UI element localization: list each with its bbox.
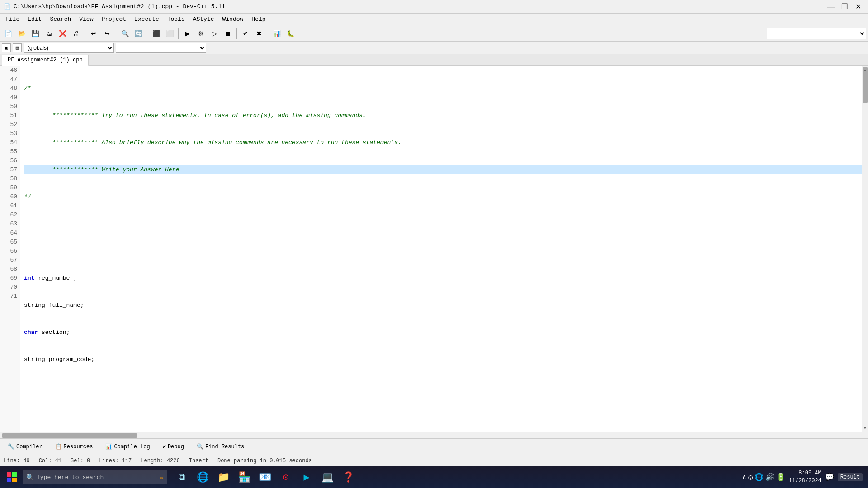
dropdown-icon-2[interactable]: ▤ — [13, 43, 22, 52]
replace-button[interactable]: 🔄 — [132, 27, 145, 40]
check-button[interactable]: ✔ — [239, 27, 252, 40]
media-icon[interactable]: ▶ — [297, 467, 316, 487]
taskbar-pinned-icons: ⧉ 🌐 📁 🏪 📧 ⊙ ▶ 💻 ❓ — [172, 467, 358, 487]
close-file-button[interactable]: ❌ — [56, 27, 69, 40]
taskbar-right: ∧ ◎ 🌐 🔊 🔋 8:09 AM 11/28/2024 💬 Result — [742, 469, 866, 485]
svg-rect-1 — [12, 472, 17, 477]
compiler-select[interactable]: TDM-GCC 4.9.2 32-bit Release — [767, 28, 866, 39]
edge-icon[interactable]: 🌐 — [193, 467, 212, 487]
opera-icon[interactable]: ⊙ — [276, 467, 296, 487]
window-title: C:\Users\hp\Downloads\PF_Assignment#2 (1… — [14, 3, 225, 10]
stop-button[interactable]: ⏹ — [222, 27, 234, 40]
print-button[interactable]: 🖨 — [70, 27, 82, 40]
start-button[interactable] — [2, 467, 22, 487]
notification-center[interactable]: 💬 — [825, 473, 834, 482]
bottom-tab-compile-log[interactable]: 📊 Compile Log — [99, 441, 156, 452]
menu-execute[interactable]: Execute — [131, 15, 163, 23]
code-area[interactable]: /* ************* Try to run these statem… — [20, 66, 862, 432]
result-label[interactable]: Result — [838, 473, 863, 481]
store-icon[interactable]: 🏪 — [234, 467, 254, 487]
tray-network[interactable]: 🌐 — [755, 473, 764, 482]
status-bar: Line: 49 Col: 41 Sel: 0 Lines: 117 Lengt… — [0, 455, 868, 466]
find-results-icon: 🔍 — [197, 443, 203, 450]
code-line-51 — [24, 220, 862, 229]
bottom-tab-compiler[interactable]: 🔧 Compiler — [2, 441, 48, 452]
code-line-52 — [24, 247, 862, 256]
search-placeholder: Type here to search — [37, 474, 104, 481]
menu-help[interactable]: Help — [248, 15, 269, 23]
status-insert: Insert — [189, 458, 208, 464]
devcpp-icon[interactable]: 💻 — [317, 467, 337, 487]
compile-log-icon: 📊 — [105, 443, 112, 450]
menu-file[interactable]: File — [2, 15, 23, 23]
system-tray: ∧ ◎ 🌐 🔊 🔋 — [742, 473, 785, 482]
toolbar-sep-6 — [268, 28, 268, 39]
code-line-48: ************* Also briefly describe why … — [24, 138, 862, 147]
code-line-49: ************* Write your Answer Here — [24, 165, 862, 174]
menu-astyle[interactable]: AStyle — [189, 15, 218, 23]
tray-volume[interactable]: 🔊 — [765, 473, 774, 482]
maximize-button[interactable]: ❐ — [838, 0, 851, 13]
tray-battery[interactable]: 🔋 — [776, 473, 785, 482]
cross-button[interactable]: ✖ — [253, 27, 265, 40]
taskbar: 🔍 Type here to search ✏ ⧉ 🌐 📁 🏪 📧 ⊙ ▶ 💻 … — [0, 466, 868, 488]
open-button[interactable]: 📂 — [15, 27, 28, 40]
menu-project[interactable]: Project — [98, 15, 130, 23]
date: 11/28/2024 — [789, 477, 821, 485]
status-parse: Done parsing in 0.015 seconds — [217, 458, 312, 464]
code-line-56: string program_code; — [24, 355, 862, 364]
status-line: Line: 49 — [4, 458, 30, 464]
taskbar-time-date[interactable]: 8:09 AM 11/28/2024 — [789, 469, 821, 485]
menu-tools[interactable]: Tools — [164, 15, 189, 23]
resources-icon: 📋 — [55, 443, 62, 450]
code-line-55: char section; — [24, 328, 862, 337]
horizontal-scrollbar[interactable] — [0, 432, 868, 438]
menu-window[interactable]: Window — [219, 15, 247, 23]
new-button[interactable]: 📄 — [2, 27, 14, 40]
bottom-tab-resources[interactable]: 📋 Resources — [49, 441, 99, 452]
redo-button[interactable]: ↪ — [101, 27, 113, 40]
unindent-button[interactable]: ⬜ — [163, 27, 176, 40]
right-scrollbar[interactable]: ▼ ▲ — [862, 66, 868, 432]
menu-view[interactable]: View — [75, 15, 97, 23]
toolbar: 📄 📂 💾 🗂 ❌ 🖨 ↩ ↪ 🔍 🔄 ⬛ ⬜ ▶ ⚙ ▷ ⏹ ✔ ✖ 📊 🐛 … — [0, 25, 868, 42]
scope-select[interactable] — [116, 43, 206, 53]
clock: 8:09 AM — [789, 469, 821, 477]
undo-button[interactable]: ↩ — [87, 27, 100, 40]
code-line-47: ************* Try to run these statement… — [24, 111, 862, 120]
toolbar-sep-2 — [116, 28, 116, 39]
tab-file[interactable]: PF_Assignment#2 (1).cpp — [2, 55, 89, 66]
globals-select[interactable]: (globals) — [24, 43, 114, 53]
save-button[interactable]: 💾 — [29, 27, 42, 40]
tray-expand[interactable]: ∧ — [742, 473, 746, 482]
help-icon[interactable]: ❓ — [338, 467, 358, 487]
run-button[interactable]: ▷ — [208, 27, 221, 40]
title-bar-buttons: — ❐ ✕ — [825, 0, 864, 13]
svg-rect-2 — [7, 478, 11, 482]
save-all-button[interactable]: 🗂 — [42, 27, 55, 40]
menu-bar: File Edit Search View Project Execute To… — [0, 14, 868, 25]
tray-cortana[interactable]: ◎ — [748, 473, 753, 482]
chart-button[interactable]: 📊 — [270, 27, 283, 40]
menu-edit[interactable]: Edit — [24, 15, 45, 23]
indent-button[interactable]: ⬛ — [150, 27, 162, 40]
code-line-57 — [24, 382, 862, 391]
tab-bar: PF_Assignment#2 (1).cpp — [0, 54, 868, 66]
bottom-tab-find-results[interactable]: 🔍 Find Results — [191, 441, 250, 452]
code-line-46: /* — [24, 84, 862, 93]
dropdown-icon-1[interactable]: ▣ — [2, 43, 11, 52]
compile-run-button[interactable]: ▶ — [181, 27, 193, 40]
debug-button[interactable]: 🐛 — [284, 27, 297, 40]
dropdowns-row: ▣ ▤ (globals) — [0, 42, 868, 54]
search-pen-icon: ✏ — [160, 474, 164, 481]
compile-button[interactable]: ⚙ — [194, 27, 207, 40]
task-view-button[interactable]: ⧉ — [172, 467, 192, 487]
find-button[interactable]: 🔍 — [118, 27, 131, 40]
minimize-button[interactable]: — — [825, 0, 837, 13]
explorer-icon[interactable]: 📁 — [213, 467, 233, 487]
menu-search[interactable]: Search — [46, 15, 75, 23]
taskbar-search[interactable]: 🔍 Type here to search ✏ — [23, 470, 167, 484]
close-button[interactable]: ✕ — [852, 0, 864, 13]
bottom-tab-debug[interactable]: ✔ Debug — [157, 441, 190, 452]
outlook-icon[interactable]: 📧 — [255, 467, 275, 487]
